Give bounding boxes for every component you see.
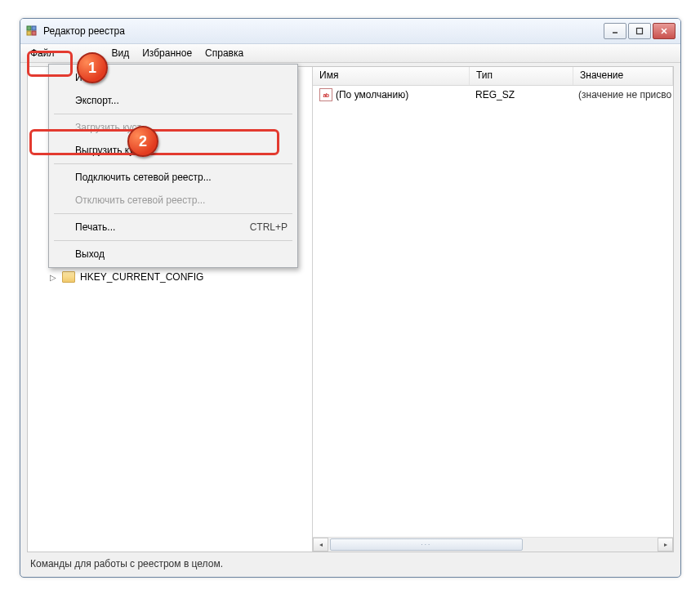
file-menu-import-label: И bbox=[75, 72, 82, 83]
menubar: Файл ка Вид Избранное Справка bbox=[20, 44, 680, 63]
menu-favorites[interactable]: Избранное bbox=[136, 46, 198, 60]
statusbar-text: Команды для работы с реестром в целом. bbox=[30, 558, 223, 569]
close-button[interactable] bbox=[653, 23, 675, 39]
menu-separator bbox=[54, 213, 292, 214]
file-menu-print-shortcut: CTRL+P bbox=[250, 221, 288, 233]
scroll-track[interactable]: ∙∙∙ bbox=[328, 538, 658, 551]
list-pane: Имя Тип Значение ab (По умолчанию) REG_S… bbox=[313, 67, 673, 552]
window-title: Редактор реестра bbox=[43, 25, 125, 37]
svg-rect-5 bbox=[637, 29, 643, 34]
row-type: REG_SZ bbox=[469, 89, 572, 100]
minimize-button[interactable] bbox=[604, 23, 626, 39]
column-value[interactable]: Значение bbox=[573, 67, 673, 85]
column-type[interactable]: Тип bbox=[470, 67, 573, 85]
row-name: (По умолчанию) bbox=[336, 89, 408, 100]
menu-file[interactable]: Файл bbox=[24, 46, 61, 60]
svg-rect-1 bbox=[32, 26, 36, 30]
maximize-button[interactable] bbox=[628, 23, 651, 39]
list-body[interactable]: ab (По умолчанию) REG_SZ (значение не пр… bbox=[313, 86, 673, 537]
file-menu-dropdown: И Экспорт... Загрузить куст... Выгрузить… bbox=[48, 64, 298, 268]
tree-item-hkey-current-config[interactable]: ▷ HKEY_CURRENT_CONFIG bbox=[49, 271, 203, 283]
file-menu-print[interactable]: Печать... CTRL+P bbox=[51, 216, 296, 239]
menu-help[interactable]: Справка bbox=[198, 46, 250, 60]
menu-view[interactable]: Вид bbox=[105, 46, 136, 60]
file-menu-load-hive: Загрузить куст... bbox=[51, 116, 296, 139]
menu-separator bbox=[54, 114, 292, 114]
tree-item-label: HKEY_CURRENT_CONFIG bbox=[80, 271, 203, 283]
file-menu-export[interactable]: Экспорт... bbox=[51, 89, 296, 112]
folder-icon bbox=[62, 271, 75, 283]
scroll-left-button[interactable]: ◂ bbox=[313, 538, 328, 552]
titlebar[interactable]: Редактор реестра bbox=[20, 19, 680, 44]
string-value-icon: ab bbox=[319, 88, 332, 101]
tree-expander-icon[interactable]: ▷ bbox=[49, 273, 57, 281]
file-menu-import[interactable]: И bbox=[51, 66, 296, 89]
svg-rect-2 bbox=[27, 31, 31, 35]
svg-rect-0 bbox=[27, 26, 31, 30]
file-menu-disconnect-network: Отключить сетевой реестр... bbox=[51, 189, 296, 212]
list-row[interactable]: ab (По умолчанию) REG_SZ (значение не пр… bbox=[313, 86, 673, 102]
row-value: (значение не присво bbox=[572, 89, 673, 100]
list-header: Имя Тип Значение bbox=[313, 67, 673, 86]
column-name[interactable]: Имя bbox=[313, 67, 470, 85]
app-window: Редактор реестра Файл ка Вид Избранное С… bbox=[20, 18, 681, 578]
menu-separator bbox=[54, 240, 292, 241]
horizontal-scrollbar[interactable]: ◂ ∙∙∙ ▸ bbox=[313, 537, 673, 552]
menu-separator bbox=[54, 163, 292, 164]
statusbar: Команды для работы с реестром в целом. bbox=[27, 556, 674, 572]
file-menu-exit[interactable]: Выход bbox=[51, 243, 296, 266]
file-menu-connect-network[interactable]: Подключить сетевой реестр... bbox=[51, 166, 296, 189]
app-icon bbox=[25, 25, 38, 38]
svg-rect-3 bbox=[32, 31, 36, 35]
scroll-thumb[interactable]: ∙∙∙ bbox=[330, 538, 523, 551]
scroll-right-button[interactable]: ▸ bbox=[658, 538, 673, 552]
file-menu-unload-hive[interactable]: Выгрузить куст... bbox=[51, 139, 296, 162]
